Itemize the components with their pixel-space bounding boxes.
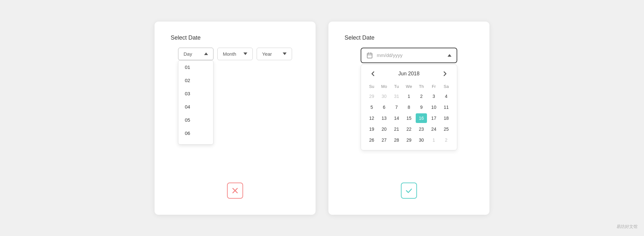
right-card: Select Date mm/dd/yyyy <box>328 22 489 215</box>
cal-header: Jun 2018 <box>366 70 452 78</box>
cal-day[interactable]: 9 <box>416 102 427 112</box>
cal-dow-header: We <box>403 83 415 90</box>
cal-day[interactable]: 21 <box>391 124 402 134</box>
left-card: Select Date Day 010203040506070809101112… <box>155 22 316 215</box>
day-list-item[interactable]: 01 <box>178 61 213 74</box>
date-placeholder: mm/dd/yyyy <box>377 52 402 58</box>
year-arrow-icon <box>283 52 287 55</box>
cal-prev-btn[interactable] <box>369 70 377 78</box>
cal-day[interactable]: 8 <box>403 102 415 112</box>
day-list-scroll[interactable]: 0102030405060708091011121314151617181920… <box>178 61 213 144</box>
confirm-btn-container <box>401 170 417 199</box>
cal-day[interactable]: 18 <box>440 113 452 123</box>
cal-month-year-label: Jun 2018 <box>398 71 420 77</box>
day-list-item[interactable]: 03 <box>178 87 213 100</box>
left-card-title: Select Date <box>171 34 201 41</box>
day-label: Day <box>184 51 192 57</box>
cal-dow-header: Su <box>366 83 377 90</box>
cancel-btn-container <box>227 170 243 199</box>
date-input-arrow-icon <box>448 54 451 57</box>
confirm-button[interactable] <box>401 183 417 199</box>
month-dropdown-btn[interactable]: Month <box>217 48 253 60</box>
cal-day[interactable]: 6 <box>379 102 390 112</box>
cal-day[interactable]: 31 <box>391 91 402 101</box>
month-dropdown-container: Month <box>217 48 253 60</box>
cal-dow-header: Th <box>416 83 427 90</box>
cal-day[interactable]: 30 <box>416 135 427 145</box>
cal-day[interactable]: 17 <box>428 113 440 123</box>
cal-dow-header: Tu <box>391 83 402 90</box>
cal-day[interactable]: 1 <box>403 91 415 101</box>
day-list-item[interactable]: 04 <box>178 100 213 113</box>
cal-dow-header: Sa <box>440 83 452 90</box>
cal-day[interactable]: 12 <box>366 113 377 123</box>
cal-day[interactable]: 27 <box>379 135 390 145</box>
cal-day[interactable]: 14 <box>391 113 402 123</box>
page-container: Select Date Day 010203040506070809101112… <box>0 15 644 221</box>
cal-day[interactable]: 5 <box>366 102 377 112</box>
day-list-item[interactable]: 06 <box>178 127 213 140</box>
calendar-container: Jun 2018 SuMoTuWeThFrSa29303112345678910… <box>361 64 457 150</box>
cal-day[interactable]: 20 <box>379 124 390 134</box>
dropdown-row: Day 010203040506070809101112131415161718… <box>178 48 292 60</box>
cal-day[interactable]: 11 <box>440 102 452 112</box>
cal-grid: SuMoTuWeThFrSa29303112345678910111213141… <box>366 83 452 145</box>
cal-day[interactable]: 25 <box>440 124 452 134</box>
cal-day[interactable]: 22 <box>403 124 415 134</box>
watermark: 易坊好文馆 <box>617 224 638 230</box>
cal-day[interactable]: 19 <box>366 124 377 134</box>
check-icon <box>405 187 412 194</box>
cal-day[interactable]: 29 <box>366 91 377 101</box>
year-dropdown-btn[interactable]: Year <box>257 48 292 60</box>
day-list-item[interactable]: 07 <box>178 140 213 144</box>
cal-day[interactable]: 2 <box>416 91 427 101</box>
day-arrow-icon <box>204 52 208 55</box>
cal-dow-header: Fr <box>428 83 440 90</box>
cal-day[interactable]: 3 <box>428 91 440 101</box>
cal-day[interactable]: 10 <box>428 102 440 112</box>
calendar-icon <box>366 52 373 59</box>
date-input-inner: mm/dd/yyyy <box>366 52 444 59</box>
day-dropdown-btn[interactable]: Day <box>178 48 213 60</box>
day-list-item[interactable]: 05 <box>178 113 213 127</box>
cal-next-btn[interactable] <box>441 70 449 78</box>
cal-day[interactable]: 13 <box>379 113 390 123</box>
right-card-title: Select Date <box>345 34 374 41</box>
x-icon <box>232 187 239 194</box>
cal-day[interactable]: 4 <box>440 91 452 101</box>
cal-day[interactable]: 23 <box>416 124 427 134</box>
cal-day[interactable]: 15 <box>403 113 415 123</box>
cal-day[interactable]: 29 <box>403 135 415 145</box>
cal-day[interactable]: 2 <box>440 135 452 145</box>
cal-day-selected[interactable]: 16 <box>416 113 427 123</box>
cal-day[interactable]: 30 <box>379 91 390 101</box>
cal-dow-header: Mo <box>379 83 390 90</box>
cal-day[interactable]: 7 <box>391 102 402 112</box>
svg-rect-2 <box>367 53 372 58</box>
cancel-button[interactable] <box>227 183 243 199</box>
month-label: Month <box>223 51 236 57</box>
day-list-item[interactable]: 02 <box>178 74 213 87</box>
day-dropdown-container: Day 010203040506070809101112131415161718… <box>178 48 213 60</box>
cal-day[interactable]: 26 <box>366 135 377 145</box>
cal-day[interactable]: 1 <box>428 135 440 145</box>
year-label: Year <box>262 51 272 57</box>
cal-day[interactable]: 24 <box>428 124 440 134</box>
date-input-btn[interactable]: mm/dd/yyyy <box>361 48 457 63</box>
cal-day[interactable]: 28 <box>391 135 402 145</box>
day-dropdown-list: 0102030405060708091011121314151617181920… <box>178 60 213 145</box>
year-dropdown-container: Year <box>257 48 292 60</box>
month-arrow-icon <box>243 52 247 55</box>
